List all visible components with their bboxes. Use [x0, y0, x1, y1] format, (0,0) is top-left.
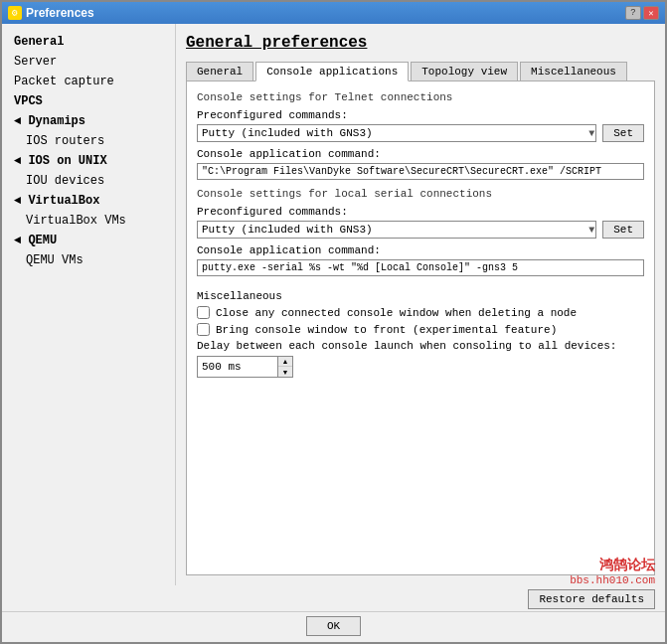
delay-spinbuttons: ▲ ▼: [277, 357, 292, 377]
delay-row: ▲ ▼: [197, 356, 644, 378]
content-area: General Server Packet capture VPCS ◄ Dyn…: [2, 24, 665, 585]
sidebar-item-ios-routers[interactable]: IOS routers: [2, 131, 175, 151]
main-panel: General preferences General Console appl…: [176, 24, 665, 585]
sidebar-item-iou-devices[interactable]: IOU devices: [2, 171, 175, 191]
titlebar-left: ⚙ Preferences: [8, 6, 94, 20]
app-icon: ⚙: [8, 6, 22, 20]
serial-set-button[interactable]: Set: [602, 221, 644, 239]
misc-label: Miscellaneous: [197, 290, 644, 302]
tab-console-applications[interactable]: Console applications: [255, 62, 409, 81]
delay-input[interactable]: [198, 359, 277, 375]
sidebar-item-virtualbox[interactable]: ◄ VirtualBox: [2, 191, 175, 211]
console-app-label1: Console application command:: [197, 148, 644, 160]
help-button[interactable]: ?: [625, 6, 641, 20]
titlebar: ⚙ Preferences ? ✕: [2, 2, 665, 24]
sidebar-item-qemu-vms[interactable]: QEMU VMs: [2, 250, 175, 270]
checkbox2-label: Bring console window to front (experimen…: [216, 324, 557, 336]
restore-defaults-button[interactable]: Restore defaults: [528, 589, 655, 609]
sidebar-item-packet-capture[interactable]: Packet capture: [2, 72, 175, 91]
tabs-row: General Console applications Topology vi…: [186, 62, 655, 81]
telnet-command-input[interactable]: [197, 163, 644, 180]
delay-input-wrapper: ▲ ▼: [197, 356, 293, 378]
console-app-label2: Console application command:: [197, 244, 644, 256]
telnet-preconfigured-select[interactable]: Putty (included with GNS3) SecureCRT iTe…: [197, 124, 596, 142]
tab-content: Console settings for Telnet connections …: [186, 80, 655, 575]
preferences-window: ⚙ Preferences ? ✕ General Server Packet …: [0, 0, 667, 644]
page-title: General preferences: [186, 34, 655, 52]
serial-select-wrapper: Putty (included with GNS3) SecureCRT iTe…: [197, 221, 596, 239]
sidebar-item-qemu[interactable]: ◄ QEMU: [2, 231, 175, 250]
titlebar-buttons: ? ✕: [625, 6, 659, 20]
telnet-preconfigured-label: Preconfigured commands:: [197, 109, 644, 121]
tab-general[interactable]: General: [186, 62, 253, 81]
telnet-select-row: Putty (included with GNS3) SecureCRT iTe…: [197, 124, 644, 142]
window-title: Preferences: [26, 6, 94, 20]
delay-spin-up[interactable]: ▲: [278, 357, 292, 367]
checkbox-row-1: Close any connected console window when …: [197, 306, 644, 319]
tab-topology-view[interactable]: Topology view: [411, 62, 518, 81]
sidebar-item-vpcs[interactable]: VPCS: [2, 91, 175, 111]
serial-select-row: Putty (included with GNS3) SecureCRT iTe…: [197, 221, 644, 239]
sidebar-item-server[interactable]: Server: [2, 52, 175, 72]
sidebar-item-ios-unix[interactable]: ◄ IOS on UNIX: [2, 151, 175, 171]
delay-spin-down[interactable]: ▼: [278, 367, 292, 377]
checkbox1-label: Close any connected console window when …: [216, 307, 577, 319]
sidebar-item-virtualbox-vms[interactable]: VirtualBox VMs: [2, 211, 175, 231]
tab-miscellaneous[interactable]: Miscellaneous: [520, 62, 627, 81]
telnet-select-wrapper: Putty (included with GNS3) SecureCRT iTe…: [197, 124, 596, 142]
serial-preconfigured-select[interactable]: Putty (included with GNS3) SecureCRT iTe…: [197, 221, 596, 239]
watermark-url: bbs.hh010.com: [570, 573, 655, 587]
serial-command-input[interactable]: [197, 259, 644, 276]
sidebar: General Server Packet capture VPCS ◄ Dyn…: [2, 24, 176, 585]
telnet-set-button[interactable]: Set: [602, 124, 644, 142]
close-console-checkbox[interactable]: [197, 306, 210, 319]
bring-to-front-checkbox[interactable]: [197, 323, 210, 336]
checkbox-row-2: Bring console window to front (experimen…: [197, 323, 644, 336]
delay-label: Delay between each console launch when c…: [197, 340, 644, 352]
serial-section-label: Console settings for local serial connec…: [197, 188, 644, 200]
ok-button[interactable]: OK: [306, 616, 361, 636]
close-button[interactable]: ✕: [643, 6, 659, 20]
watermark-text: 鸿鹄论坛: [570, 556, 655, 573]
sidebar-item-dynamips[interactable]: ◄ Dynamips: [2, 111, 175, 131]
sidebar-item-general[interactable]: General: [2, 32, 175, 52]
telnet-section-label: Console settings for Telnet connections: [197, 91, 644, 103]
serial-preconfigured-label: Preconfigured commands:: [197, 206, 644, 218]
